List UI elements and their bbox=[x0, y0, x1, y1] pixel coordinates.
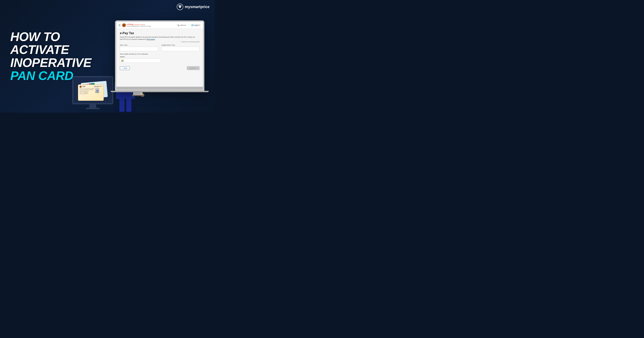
pan-tan-row: PAN / TAN * Confirm PAN / TAN * bbox=[120, 44, 200, 51]
header-divider bbox=[188, 24, 188, 27]
brand-logo: mysmartprice bbox=[176, 3, 210, 10]
headline-line1: HOW TO ACTIVATE bbox=[10, 30, 112, 56]
mobile-group: Mobile * 🇮🇳 - bbox=[120, 56, 161, 63]
language-selector[interactable]: 🌐 English ▾ bbox=[190, 24, 201, 27]
description-text: Please fill in the below details for tax… bbox=[120, 36, 195, 40]
efiling-header: ☰ e-Filing Anywhere Anytime Income Tax D… bbox=[116, 22, 203, 29]
these-banks-link[interactable]: these banks bbox=[146, 38, 155, 40]
laptop-bottom bbox=[110, 91, 209, 92]
mobile-required: * bbox=[125, 56, 126, 58]
confirm-pan-tan-input[interactable] bbox=[162, 47, 200, 51]
confirm-pan-tan-group: Confirm PAN / TAN * bbox=[162, 44, 200, 51]
confirm-required: * bbox=[175, 44, 176, 46]
pan-card: ⚜ आयकर विभाग भारत सरकार INCOME TAX DEPAR… bbox=[78, 84, 104, 101]
pan-fields: PAN Holder's <FIRST> <MIDDLE> <SURNAME> … bbox=[80, 88, 95, 95]
pan-emblem: ⚜ bbox=[80, 86, 82, 88]
pan-photo: 👤 bbox=[95, 88, 99, 93]
pan-tan-group: PAN / TAN * bbox=[120, 44, 158, 51]
call-us[interactable]: 📞 Call Us ▾ bbox=[178, 24, 186, 26]
form-buttons: < Back Continue > bbox=[120, 66, 200, 70]
svg-point-1 bbox=[180, 5, 180, 6]
language-label: English bbox=[194, 24, 199, 26]
call-us-chevron: ▾ bbox=[185, 24, 186, 26]
laptop-base bbox=[116, 87, 203, 89]
mobile-input[interactable] bbox=[126, 60, 160, 61]
efiling-content: e-Pay Tax Please fill in the below detai… bbox=[116, 29, 203, 87]
pan-tan-input[interactable] bbox=[120, 47, 158, 51]
confirm-pan-tan-label: Confirm PAN / TAN * bbox=[162, 44, 200, 46]
left-content: HOW TO ACTIVATE INOPERATIVE PAN CARD bbox=[10, 30, 115, 82]
svg-rect-7 bbox=[119, 98, 124, 112]
pan-card-container: आयकर विभागभारत सरकार INCOME TAX DEPARTME… bbox=[74, 78, 112, 104]
monitor-base bbox=[86, 108, 100, 109]
efiling-tagline: Anywhere Anytime bbox=[134, 24, 145, 25]
headline-line2-cyan: PAN CARD bbox=[10, 69, 73, 83]
call-us-label: Call Us bbox=[180, 24, 185, 26]
mobile-label: Mobile * bbox=[120, 56, 161, 58]
efiling-logo: e-Filing Anywhere Anytime Income Tax Dep… bbox=[122, 23, 151, 27]
phone-icon: 📞 bbox=[178, 24, 180, 26]
logo-icon bbox=[176, 3, 184, 10]
back-button[interactable]: < Back bbox=[120, 66, 130, 70]
efiling-brand: e-Filing Anywhere Anytime Income Tax Dep… bbox=[126, 23, 151, 27]
monitor-stand bbox=[89, 104, 96, 108]
headline-line2-normal: INOPERATIVE bbox=[10, 56, 91, 69]
brand-name: mysmartprice bbox=[185, 5, 210, 9]
laptop-screen: ☰ e-Filing Anywhere Anytime Income Tax D… bbox=[116, 22, 203, 87]
efiling-header-left: ☰ e-Filing Anywhere Anytime Income Tax D… bbox=[118, 23, 151, 27]
pan-tan-required: * bbox=[128, 44, 128, 46]
lang-chevron: ▾ bbox=[199, 24, 200, 26]
svg-point-2 bbox=[113, 106, 138, 113]
flag-icon: 🇮🇳 bbox=[121, 59, 124, 62]
headline-line2: INOPERATIVE PAN CARD bbox=[10, 56, 112, 82]
epay-description: Please fill in the below details for tax… bbox=[120, 36, 200, 40]
svg-rect-8 bbox=[126, 98, 132, 112]
efiling-name-main: e-Filing bbox=[126, 23, 133, 25]
mobile-dash: - bbox=[124, 60, 125, 62]
globe-icon: 🌐 bbox=[191, 24, 193, 26]
laptop: ☰ e-Filing Anywhere Anytime Income Tax D… bbox=[115, 20, 204, 91]
main-container: mysmartprice HOW TO ACTIVATE INOPERATIVE… bbox=[0, 0, 215, 113]
efiling-brand-name: e-Filing Anywhere Anytime bbox=[126, 23, 151, 25]
mandatory-note: * Indicates the mandatory fields bbox=[120, 41, 200, 42]
efiling-brand-sub: Income Tax Department, Government of Ind… bbox=[126, 25, 151, 27]
pan-tan-label: PAN / TAN * bbox=[120, 44, 158, 46]
efiling-header-right: 📞 Call Us ▾ 🌐 English ▾ bbox=[178, 24, 201, 27]
epay-title: e-Pay Tax bbox=[120, 31, 200, 35]
continue-button[interactable]: Continue > bbox=[187, 66, 200, 70]
headline: HOW TO ACTIVATE INOPERATIVE PAN CARD bbox=[10, 30, 112, 82]
efiling-website: ☰ e-Filing Anywhere Anytime Income Tax D… bbox=[116, 22, 203, 87]
efiling-emblem bbox=[122, 23, 126, 27]
hamburger-icon[interactable]: ☰ bbox=[118, 24, 121, 27]
mobile-input-wrapper[interactable]: 🇮🇳 - bbox=[120, 58, 161, 63]
laptop-area: ☰ e-Filing Anywhere Anytime Income Tax D… bbox=[115, 20, 204, 92]
otp-note: Enter Mobile Number for OTP verification bbox=[120, 53, 200, 55]
